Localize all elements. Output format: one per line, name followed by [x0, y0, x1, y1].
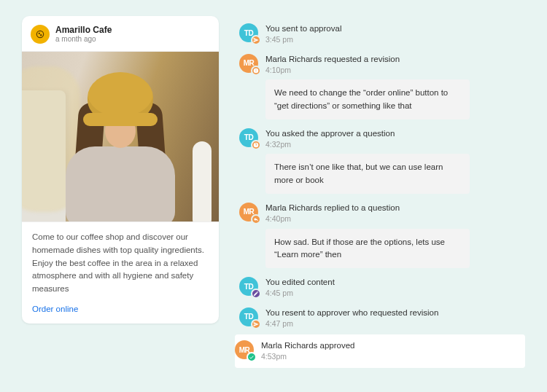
feed-item: MRMarla Richards replied to a question4:…	[239, 200, 525, 271]
feed-item-title: You resent to approver who requested rev…	[265, 307, 525, 318]
feed-item-time: 4:53pm	[261, 351, 521, 362]
feed-item-title: You asked the approver a question	[265, 128, 525, 139]
feed-item: TDYou edited content4:45 pm	[239, 274, 525, 302]
feed-item-time: 4:45 pm	[265, 288, 525, 299]
feed-item-title: Marla Richards approved	[261, 340, 521, 351]
edit-icon	[251, 289, 261, 299]
feed-item: MRMarla Richards requested a revision4:1…	[239, 51, 525, 122]
feed-item-message: There isn’t one like that, but we can us…	[265, 154, 470, 194]
order-online-link[interactable]: Order online	[22, 297, 88, 313]
post-timestamp: a month ago	[55, 35, 112, 43]
post-image	[22, 51, 219, 222]
app-root: Amarillo Cafe a month ago Come to our co…	[22, 16, 525, 376]
post-column: Amarillo Cafe a month ago Come to our co…	[22, 16, 219, 376]
feed-item: TDYou resent to approver who requested r…	[239, 305, 525, 332]
feed-item-message: How sad. But if those are the options, l…	[265, 229, 470, 269]
send-icon	[251, 35, 261, 45]
avatar: MR	[235, 340, 254, 359]
post-description: Come to our coffee shop and discover our…	[22, 222, 219, 297]
check-icon	[247, 352, 257, 362]
feed-item: MRMarla Richards approved4:53pm	[235, 334, 525, 368]
business-logo-icon	[31, 25, 50, 44]
avatar: MR	[239, 54, 258, 73]
activity-feed: TDYou sent to approval3:45 pmMRMarla Ric…	[239, 16, 525, 376]
feed-item-title: You edited content	[265, 277, 525, 288]
feed-item-time: 3:45 pm	[265, 34, 525, 45]
avatar-initials: TD	[244, 133, 253, 141]
question-icon	[251, 140, 261, 150]
feed-item-time: 4:47 pm	[265, 318, 525, 329]
feed-item-message: We need to change the “order online” but…	[265, 79, 470, 119]
feed-item: TDYou asked the approver a question4:32p…	[239, 125, 525, 197]
post-card: Amarillo Cafe a month ago Come to our co…	[22, 16, 219, 324]
avatar: TD	[239, 307, 258, 326]
feed-item-time: 4:10pm	[265, 65, 525, 76]
reply-icon	[251, 214, 261, 224]
svg-point-2	[40, 34, 42, 36]
alert-icon	[251, 66, 261, 76]
svg-point-0	[36, 31, 43, 37]
send-icon	[251, 319, 261, 329]
avatar: MR	[239, 203, 258, 222]
avatar: TD	[239, 277, 258, 296]
feed-item-title: You sent to approval	[265, 23, 525, 34]
feed-item-title: Marla Richards replied to a question	[265, 203, 525, 213]
svg-point-1	[39, 33, 40, 34]
avatar-initials: TD	[244, 313, 253, 321]
feed-item: TDYou sent to approval3:45 pm	[239, 20, 525, 48]
feed-item-title: Marla Richards requested a revision	[265, 54, 525, 65]
avatar: TD	[239, 128, 258, 147]
post-header: Amarillo Cafe a month ago	[22, 25, 219, 51]
post-title: Amarillo Cafe	[55, 26, 112, 35]
avatar: TD	[239, 23, 258, 42]
feed-item-time: 4:32pm	[265, 139, 525, 150]
feed-item-time: 4:40pm	[265, 213, 525, 224]
